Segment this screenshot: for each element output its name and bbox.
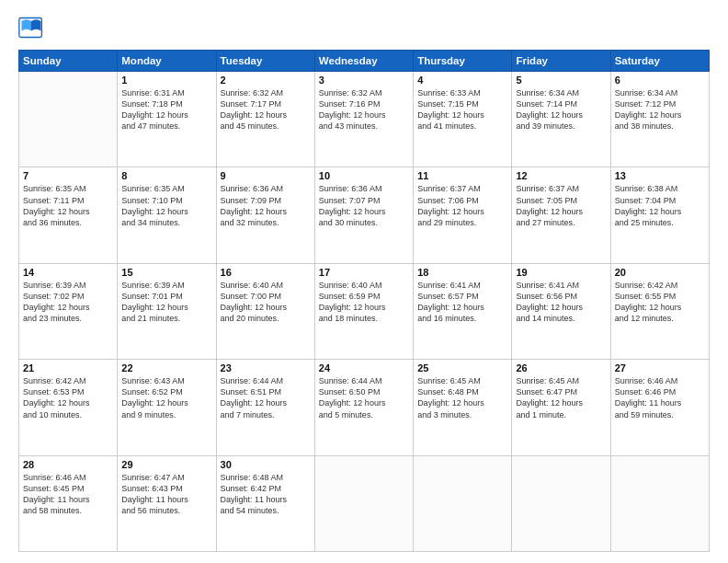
calendar-cell: 13Sunrise: 6:38 AMSunset: 7:04 PMDayligh… bbox=[610, 167, 709, 263]
cell-info: and 56 minutes. bbox=[121, 505, 211, 516]
cell-info: Sunset: 6:57 PM bbox=[417, 291, 507, 302]
cell-info: Sunset: 6:47 PM bbox=[516, 386, 606, 397]
cell-info: Sunset: 6:46 PM bbox=[615, 386, 705, 397]
calendar-cell: 17Sunrise: 6:40 AMSunset: 6:59 PMDayligh… bbox=[314, 263, 413, 359]
calendar-cell: 3Sunrise: 6:32 AMSunset: 7:16 PMDaylight… bbox=[314, 72, 413, 167]
cell-info: Sunrise: 6:41 AM bbox=[516, 280, 606, 291]
calendar-cell bbox=[414, 455, 512, 551]
cell-info: and 14 minutes. bbox=[516, 313, 606, 324]
logo bbox=[18, 15, 48, 40]
calendar-cell: 18Sunrise: 6:41 AMSunset: 6:57 PMDayligh… bbox=[414, 263, 512, 359]
logo-icon bbox=[18, 15, 44, 40]
cell-info: Sunset: 6:52 PM bbox=[121, 386, 211, 397]
cell-info: and 29 minutes. bbox=[417, 217, 507, 228]
cell-info: Sunset: 6:50 PM bbox=[319, 386, 409, 397]
cell-info: and 39 minutes. bbox=[516, 121, 606, 132]
col-header-monday: Monday bbox=[118, 51, 216, 72]
header bbox=[18, 15, 710, 40]
calendar-cell: 2Sunrise: 6:32 AMSunset: 7:17 PMDaylight… bbox=[216, 72, 314, 167]
cell-info: Sunrise: 6:34 AM bbox=[516, 87, 606, 98]
cell-info: Daylight: 12 hours bbox=[221, 397, 311, 408]
cell-info: Sunset: 7:07 PM bbox=[319, 195, 409, 206]
cell-info: and 32 minutes. bbox=[221, 217, 311, 228]
cell-info: Daylight: 12 hours bbox=[121, 397, 211, 408]
cell-info: and 16 minutes. bbox=[417, 313, 507, 324]
cell-info: Sunset: 6:45 PM bbox=[23, 483, 113, 494]
cell-info: Daylight: 12 hours bbox=[121, 302, 211, 313]
cell-info: Daylight: 12 hours bbox=[516, 302, 606, 313]
day-number: 3 bbox=[319, 75, 409, 86]
calendar-cell: 19Sunrise: 6:41 AMSunset: 6:56 PMDayligh… bbox=[512, 263, 610, 359]
day-number: 18 bbox=[417, 267, 507, 278]
day-number: 22 bbox=[121, 362, 211, 373]
cell-info: and 30 minutes. bbox=[319, 217, 409, 228]
calendar-cell: 23Sunrise: 6:44 AMSunset: 6:51 PMDayligh… bbox=[216, 360, 314, 455]
day-number: 6 bbox=[615, 75, 705, 86]
cell-info: and 41 minutes. bbox=[417, 121, 507, 132]
calendar-cell: 11Sunrise: 6:37 AMSunset: 7:06 PMDayligh… bbox=[414, 167, 512, 263]
calendar-cell: 29Sunrise: 6:47 AMSunset: 6:43 PMDayligh… bbox=[118, 455, 216, 551]
cell-info: Daylight: 12 hours bbox=[319, 397, 409, 408]
cell-info: Sunrise: 6:35 AM bbox=[121, 183, 211, 194]
cell-info: Daylight: 11 hours bbox=[615, 397, 705, 408]
calendar-table: SundayMondayTuesdayWednesdayThursdayFrid… bbox=[18, 50, 710, 552]
calendar-cell: 10Sunrise: 6:36 AMSunset: 7:07 PMDayligh… bbox=[314, 167, 413, 263]
calendar-cell bbox=[314, 455, 413, 551]
col-header-wednesday: Wednesday bbox=[314, 51, 413, 72]
cell-info: and 3 minutes. bbox=[417, 409, 507, 420]
cell-info: and 10 minutes. bbox=[23, 409, 113, 420]
cell-info: Sunrise: 6:34 AM bbox=[615, 87, 705, 98]
cell-info: and 1 minute. bbox=[516, 409, 606, 420]
calendar-cell: 15Sunrise: 6:39 AMSunset: 7:01 PMDayligh… bbox=[118, 263, 216, 359]
cell-info: Sunset: 6:56 PM bbox=[516, 291, 606, 302]
cell-info: Sunrise: 6:45 AM bbox=[417, 375, 507, 386]
cell-info: Sunrise: 6:32 AM bbox=[221, 87, 311, 98]
cell-info: Sunset: 7:06 PM bbox=[417, 195, 507, 206]
cell-info: and 23 minutes. bbox=[23, 313, 113, 324]
cell-info: Sunset: 7:11 PM bbox=[23, 195, 113, 206]
cell-info: Sunset: 7:14 PM bbox=[516, 98, 606, 109]
cell-info: Sunrise: 6:33 AM bbox=[417, 87, 507, 98]
day-number: 15 bbox=[121, 267, 211, 278]
cell-info: and 59 minutes. bbox=[615, 409, 705, 420]
day-number: 20 bbox=[615, 267, 705, 278]
calendar-cell bbox=[512, 455, 610, 551]
day-number: 8 bbox=[121, 170, 211, 181]
cell-info: Sunrise: 6:46 AM bbox=[23, 472, 113, 483]
cell-info: Daylight: 12 hours bbox=[417, 206, 507, 217]
day-number: 29 bbox=[121, 459, 211, 470]
day-number: 7 bbox=[23, 170, 113, 181]
cell-info: Sunset: 7:10 PM bbox=[121, 195, 211, 206]
cell-info: Sunrise: 6:38 AM bbox=[615, 183, 705, 194]
cell-info: Daylight: 11 hours bbox=[23, 494, 113, 505]
day-number: 12 bbox=[516, 170, 606, 181]
page: SundayMondayTuesdayWednesdayThursdayFrid… bbox=[0, 0, 728, 563]
cell-info: Sunrise: 6:42 AM bbox=[615, 280, 705, 291]
cell-info: Sunrise: 6:44 AM bbox=[221, 375, 311, 386]
cell-info: and 58 minutes. bbox=[23, 505, 113, 516]
cell-info: Sunrise: 6:31 AM bbox=[121, 87, 211, 98]
cell-info: and 34 minutes. bbox=[121, 217, 211, 228]
day-number: 10 bbox=[319, 170, 409, 181]
cell-info: and 54 minutes. bbox=[221, 505, 311, 516]
day-number: 2 bbox=[221, 75, 311, 86]
calendar-cell: 21Sunrise: 6:42 AMSunset: 6:53 PMDayligh… bbox=[19, 360, 118, 455]
cell-info: Sunrise: 6:36 AM bbox=[319, 183, 409, 194]
cell-info: Sunset: 6:43 PM bbox=[121, 483, 211, 494]
calendar-cell: 25Sunrise: 6:45 AMSunset: 6:48 PMDayligh… bbox=[414, 360, 512, 455]
cell-info: and 47 minutes. bbox=[121, 121, 211, 132]
cell-info: Sunset: 7:15 PM bbox=[417, 98, 507, 109]
calendar-cell: 20Sunrise: 6:42 AMSunset: 6:55 PMDayligh… bbox=[610, 263, 709, 359]
cell-info: Daylight: 12 hours bbox=[516, 109, 606, 121]
calendar-cell: 9Sunrise: 6:36 AMSunset: 7:09 PMDaylight… bbox=[216, 167, 314, 263]
cell-info: Sunset: 7:01 PM bbox=[121, 291, 211, 302]
calendar-cell: 22Sunrise: 6:43 AMSunset: 6:52 PMDayligh… bbox=[118, 360, 216, 455]
cell-info: Sunrise: 6:37 AM bbox=[417, 183, 507, 194]
cell-info: Sunrise: 6:42 AM bbox=[23, 375, 113, 386]
day-number: 24 bbox=[319, 362, 409, 373]
day-number: 9 bbox=[221, 170, 311, 181]
cell-info: Daylight: 12 hours bbox=[417, 302, 507, 313]
cell-info: Sunset: 7:09 PM bbox=[221, 195, 311, 206]
cell-info: and 45 minutes. bbox=[221, 121, 311, 132]
cell-info: Sunset: 7:05 PM bbox=[516, 195, 606, 206]
